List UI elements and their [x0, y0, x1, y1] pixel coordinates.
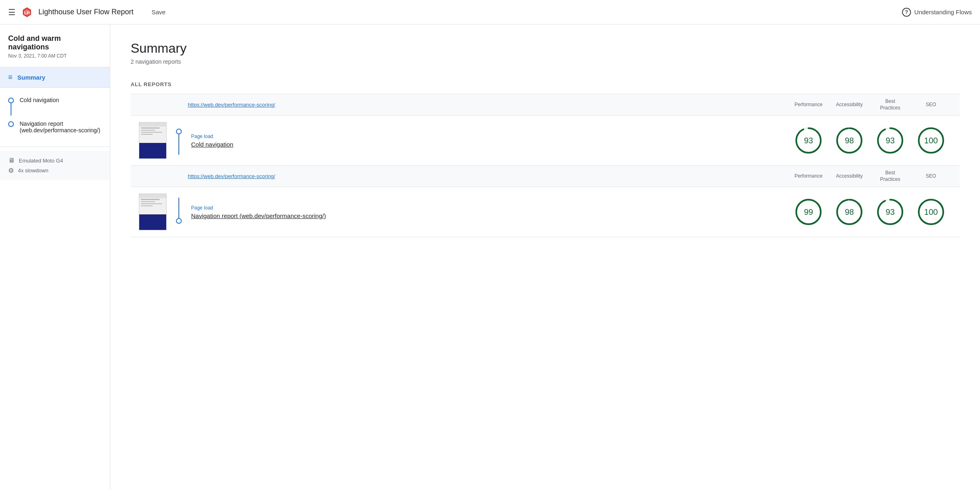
thumb-line-2a [141, 199, 160, 200]
cpu-icon: ⚙ [8, 167, 14, 174]
thumb-bar-1 [139, 122, 166, 127]
thumb-line-1b [141, 130, 155, 131]
svg-text:LH: LH [24, 10, 30, 15]
col-header-performance-1: Performance [788, 102, 829, 108]
thumb-dark-2 [139, 214, 166, 230]
report-row-2: Page load Navigation report (web.dev/per… [131, 187, 960, 237]
sidebar-divider-device [0, 147, 110, 147]
score-best-practices-1: 93 [876, 127, 904, 154]
report-info-1: Page load Cold navigation [191, 134, 788, 148]
thumb-line-1c [141, 132, 162, 133]
report-header-row-2: https://web.dev/performance-scoring/ Per… [131, 166, 960, 187]
report-name-1[interactable]: Cold navigation [191, 141, 788, 148]
score-value-bp-2: 93 [886, 207, 895, 217]
header-left: ☰ LH Lighthouse User Flow Report Save [8, 7, 902, 18]
score-seo-2: 100 [917, 198, 945, 226]
score-seo-1: 100 [917, 127, 945, 154]
report-url-2[interactable]: https://web.dev/performance-scoring/ [188, 173, 788, 179]
summary-icon: ≡ [8, 73, 13, 82]
save-button[interactable]: Save [151, 9, 165, 16]
device-row-slowdown: ⚙ 4x slowdown [8, 167, 102, 174]
report-info-2: Page load Navigation report (web.dev/per… [191, 205, 788, 219]
sidebar-item-nav-report[interactable]: Navigation report(web.dev/performance-sc… [0, 120, 110, 138]
sidebar: Cold and warm navigations Nov 3, 2021, 7… [0, 24, 110, 490]
score-best-practices-2: 93 [876, 198, 904, 226]
score-value-bp-1: 93 [886, 136, 895, 145]
thumb-bar-2 [139, 194, 166, 198]
summary-title: Summary [131, 41, 960, 56]
sidebar-summary-label: Summary [18, 74, 45, 81]
report-name-2[interactable]: Navigation report (web.dev/performance-s… [191, 212, 788, 219]
report-url-1[interactable]: https://web.dev/performance-scoring/ [188, 102, 788, 108]
score-value-acc-1: 98 [845, 136, 854, 145]
menu-icon[interactable]: ☰ [8, 7, 16, 17]
help-icon: ? [902, 8, 911, 17]
project-title: Cold and warm navigations [0, 34, 110, 53]
scores-row-1: 93 98 [788, 127, 951, 154]
nav-dot-1 [8, 98, 14, 103]
device-label: Emulated Moto G4 [19, 158, 63, 164]
thumb-content-1 [141, 127, 165, 136]
thumb-content-2 [141, 199, 165, 207]
lighthouse-logo: LH [21, 7, 33, 18]
nav-item-cold-navigation-label: Cold navigation [20, 97, 59, 103]
report-type-1: Page load [191, 134, 788, 139]
app-title: Lighthouse User Flow Report [38, 8, 134, 16]
col-header-seo-1: SEO [911, 102, 951, 108]
col-header-accessibility-1: Accessibility [829, 102, 870, 108]
device-row-phone: 🖥 Emulated Moto G4 [8, 157, 102, 164]
flow-connector-2 [175, 198, 183, 226]
report-row-1: Page load Cold navigation 93 [131, 116, 960, 165]
nav-dot-2 [8, 121, 14, 127]
score-value-perf-2: 99 [804, 207, 813, 217]
thumb-dark-1 [139, 143, 166, 158]
report-type-2: Page load [191, 205, 788, 211]
page-layout: Cold and warm navigations Nov 3, 2021, 7… [0, 24, 980, 490]
nav-line-1 [11, 103, 11, 116]
thumb-line-1a [141, 127, 160, 129]
thumb-line-1d [141, 134, 153, 135]
understanding-flows-label: Understanding Flows [914, 9, 972, 16]
score-accessibility-1: 98 [835, 127, 863, 154]
score-performance-2: 99 [795, 198, 822, 226]
col-header-accessibility-2: Accessibility [829, 173, 870, 180]
score-performance-1: 93 [795, 127, 822, 154]
report-card-1: https://web.dev/performance-scoring/ Per… [131, 94, 960, 166]
thumb-line-2d [141, 205, 153, 206]
nav-dot-container-2 [8, 120, 14, 127]
flow-line-2 [178, 198, 179, 218]
report-thumbnail-1 [139, 122, 167, 159]
scores-row-2: 99 98 [788, 198, 951, 226]
flow-line-1 [178, 134, 179, 155]
flow-connector-1 [175, 126, 183, 155]
flow-dot-2 [176, 218, 182, 224]
thumb-line-2b [141, 201, 155, 202]
sidebar-nav-section: Cold navigation Navigation report(web.de… [0, 88, 110, 147]
score-value-seo-1: 100 [924, 136, 938, 145]
sidebar-item-summary[interactable]: ≡ Summary [0, 67, 110, 87]
summary-subtitle: 2 navigation reports [131, 58, 960, 65]
all-reports-label: ALL REPORTS [131, 81, 960, 87]
col-header-best-practices-2: BestPractices [870, 170, 911, 183]
nav-item-nav-report-label: Navigation report(web.dev/performance-sc… [20, 120, 100, 134]
col-header-seo-2: SEO [911, 173, 951, 180]
flow-dot-1 [176, 129, 182, 134]
thumb-line-2c [141, 203, 162, 204]
phone-icon: 🖥 [8, 157, 15, 164]
project-date: Nov 3, 2021, 7:00 AM CDT [0, 53, 110, 67]
report-card-2: https://web.dev/performance-scoring/ Per… [131, 166, 960, 237]
score-value-acc-2: 98 [845, 207, 854, 217]
nav-dot-container-1 [8, 97, 14, 116]
understanding-flows-link[interactable]: ? Understanding Flows [902, 8, 972, 17]
col-header-performance-2: Performance [788, 173, 829, 180]
report-thumbnail-2 [139, 194, 167, 230]
device-section: 🖥 Emulated Moto G4 ⚙ 4x slowdown [0, 151, 110, 180]
sidebar-item-cold-navigation[interactable]: Cold navigation [0, 92, 110, 120]
score-accessibility-2: 98 [835, 198, 863, 226]
slowdown-label: 4x slowdown [18, 167, 48, 174]
report-header-row-1: https://web.dev/performance-scoring/ Per… [131, 94, 960, 116]
score-value-perf-1: 93 [804, 136, 813, 145]
col-header-best-practices-1: BestPractices [870, 98, 911, 111]
app-header: ☰ LH Lighthouse User Flow Report Save ? … [0, 0, 980, 24]
main-content: Summary 2 navigation reports ALL REPORTS… [110, 24, 980, 490]
